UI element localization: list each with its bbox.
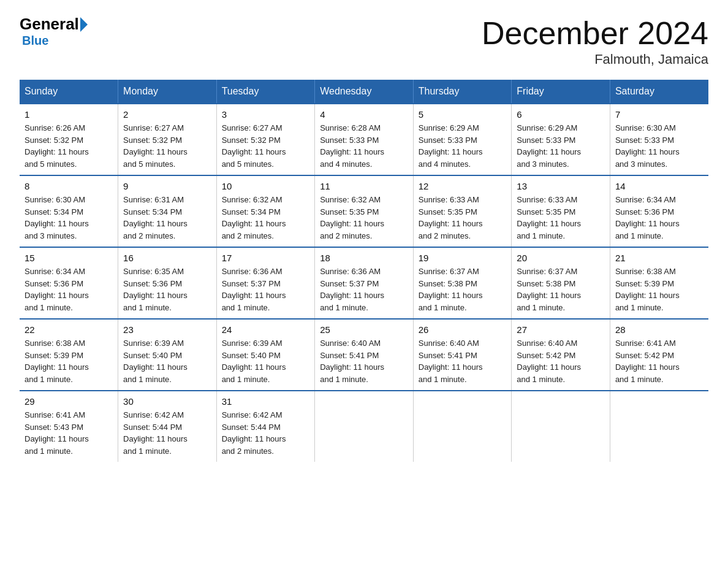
day-number: 28: [615, 324, 703, 335]
day-info: Sunrise: 6:37 AMSunset: 5:38 PMDaylight:…: [419, 266, 507, 313]
day-number: 21: [615, 253, 703, 263]
header-cell-thursday: Thursday: [413, 80, 512, 104]
day-number: 31: [222, 396, 310, 407]
day-info: Sunrise: 6:29 AMSunset: 5:33 PMDaylight:…: [419, 122, 507, 170]
calendar-cell: 7Sunrise: 6:30 AMSunset: 5:33 PMDaylight…: [610, 104, 708, 175]
day-info: Sunrise: 6:30 AMSunset: 5:34 PMDaylight:…: [25, 194, 113, 242]
calendar-cell: 21Sunrise: 6:38 AMSunset: 5:39 PMDayligh…: [610, 247, 708, 319]
day-info: Sunrise: 6:27 AMSunset: 5:32 PMDaylight:…: [123, 122, 211, 170]
day-info: Sunrise: 6:27 AMSunset: 5:32 PMDaylight:…: [222, 122, 310, 170]
header-cell-tuesday: Tuesday: [216, 80, 315, 104]
day-info: Sunrise: 6:39 AMSunset: 5:40 PMDaylight:…: [123, 337, 211, 385]
day-number: 2: [123, 109, 211, 120]
day-number: 6: [517, 109, 605, 120]
calendar-cell: 2Sunrise: 6:27 AMSunset: 5:32 PMDaylight…: [118, 104, 217, 175]
calendar-cell: 8Sunrise: 6:30 AMSunset: 5:34 PMDaylight…: [20, 175, 118, 247]
header-cell-saturday: Saturday: [610, 80, 708, 104]
day-number: 23: [123, 324, 211, 335]
day-info: Sunrise: 6:42 AMSunset: 5:44 PMDaylight:…: [222, 409, 310, 457]
day-info: Sunrise: 6:35 AMSunset: 5:36 PMDaylight:…: [123, 266, 211, 313]
day-info: Sunrise: 6:41 AMSunset: 5:42 PMDaylight:…: [615, 337, 703, 385]
calendar-week-5: 29Sunrise: 6:41 AMSunset: 5:43 PMDayligh…: [20, 391, 708, 462]
day-info: Sunrise: 6:38 AMSunset: 5:39 PMDaylight:…: [615, 266, 703, 313]
day-number: 26: [419, 324, 507, 335]
day-number: 9: [123, 181, 211, 191]
day-info: Sunrise: 6:29 AMSunset: 5:33 PMDaylight:…: [517, 122, 605, 170]
calendar-cell: 23Sunrise: 6:39 AMSunset: 5:40 PMDayligh…: [118, 319, 217, 391]
day-info: Sunrise: 6:42 AMSunset: 5:44 PMDaylight:…: [123, 409, 211, 457]
calendar-cell: 26Sunrise: 6:40 AMSunset: 5:41 PMDayligh…: [413, 319, 512, 391]
calendar-cell: 6Sunrise: 6:29 AMSunset: 5:33 PMDaylight…: [512, 104, 610, 175]
day-number: 12: [419, 181, 507, 191]
day-info: Sunrise: 6:34 AMSunset: 5:36 PMDaylight:…: [615, 194, 703, 242]
title-area: December 2024 Falmouth, Jamaica: [482, 15, 708, 67]
calendar-cell: 27Sunrise: 6:40 AMSunset: 5:42 PMDayligh…: [512, 319, 610, 391]
logo: General Blue: [20, 15, 91, 48]
main-title: December 2024: [482, 15, 708, 52]
day-number: 25: [320, 324, 408, 335]
calendar-cell: 5Sunrise: 6:29 AMSunset: 5:33 PMDaylight…: [413, 104, 512, 175]
day-info: Sunrise: 6:40 AMSunset: 5:42 PMDaylight:…: [517, 337, 605, 385]
calendar-cell: 12Sunrise: 6:33 AMSunset: 5:35 PMDayligh…: [413, 175, 512, 247]
calendar-cell: 25Sunrise: 6:40 AMSunset: 5:41 PMDayligh…: [315, 319, 414, 391]
day-number: 20: [517, 253, 605, 263]
calendar-cell: 4Sunrise: 6:28 AMSunset: 5:33 PMDaylight…: [315, 104, 414, 175]
calendar-cell: 17Sunrise: 6:36 AMSunset: 5:37 PMDayligh…: [216, 247, 315, 319]
day-number: 10: [222, 181, 310, 191]
day-number: 24: [222, 324, 310, 335]
calendar-cell: [610, 391, 708, 462]
calendar-cell: 24Sunrise: 6:39 AMSunset: 5:40 PMDayligh…: [216, 319, 315, 391]
location-subtitle: Falmouth, Jamaica: [482, 52, 708, 67]
day-info: Sunrise: 6:32 AMSunset: 5:35 PMDaylight:…: [320, 194, 408, 242]
day-number: 30: [123, 396, 211, 407]
header-row: SundayMondayTuesdayWednesdayThursdayFrid…: [20, 80, 708, 104]
day-number: 19: [419, 253, 507, 263]
day-info: Sunrise: 6:40 AMSunset: 5:41 PMDaylight:…: [419, 337, 507, 385]
day-info: Sunrise: 6:30 AMSunset: 5:33 PMDaylight:…: [615, 122, 703, 170]
day-number: 8: [25, 181, 113, 191]
day-number: 16: [123, 253, 211, 263]
calendar-cell: 1Sunrise: 6:26 AMSunset: 5:32 PMDaylight…: [20, 104, 118, 175]
day-info: Sunrise: 6:26 AMSunset: 5:32 PMDaylight:…: [25, 122, 113, 170]
day-number: 17: [222, 253, 310, 263]
day-number: 27: [517, 324, 605, 335]
header-cell-monday: Monday: [118, 80, 217, 104]
day-number: 14: [615, 181, 703, 191]
calendar-cell: [413, 391, 512, 462]
day-number: 29: [25, 396, 113, 407]
day-number: 13: [517, 181, 605, 191]
day-number: 3: [222, 109, 310, 120]
day-info: Sunrise: 6:38 AMSunset: 5:39 PMDaylight:…: [25, 337, 113, 385]
calendar-cell: 9Sunrise: 6:31 AMSunset: 5:34 PMDaylight…: [118, 175, 217, 247]
calendar-body: 1Sunrise: 6:26 AMSunset: 5:32 PMDaylight…: [20, 104, 708, 462]
day-number: 4: [320, 109, 408, 120]
day-number: 11: [320, 181, 408, 191]
calendar-cell: 30Sunrise: 6:42 AMSunset: 5:44 PMDayligh…: [118, 391, 217, 462]
calendar-table: SundayMondayTuesdayWednesdayThursdayFrid…: [20, 80, 708, 462]
calendar-cell: 28Sunrise: 6:41 AMSunset: 5:42 PMDayligh…: [610, 319, 708, 391]
calendar-week-2: 8Sunrise: 6:30 AMSunset: 5:34 PMDaylight…: [20, 175, 708, 247]
day-number: 15: [25, 253, 113, 263]
day-info: Sunrise: 6:37 AMSunset: 5:38 PMDaylight:…: [517, 266, 605, 313]
calendar-cell: [512, 391, 610, 462]
calendar-cell: 22Sunrise: 6:38 AMSunset: 5:39 PMDayligh…: [20, 319, 118, 391]
day-number: 18: [320, 253, 408, 263]
day-info: Sunrise: 6:28 AMSunset: 5:33 PMDaylight:…: [320, 122, 408, 170]
calendar-cell: 16Sunrise: 6:35 AMSunset: 5:36 PMDayligh…: [118, 247, 217, 319]
day-info: Sunrise: 6:36 AMSunset: 5:37 PMDaylight:…: [320, 266, 408, 313]
day-info: Sunrise: 6:34 AMSunset: 5:36 PMDaylight:…: [25, 266, 113, 313]
calendar-header: SundayMondayTuesdayWednesdayThursdayFrid…: [20, 80, 708, 104]
day-info: Sunrise: 6:41 AMSunset: 5:43 PMDaylight:…: [25, 409, 113, 457]
day-info: Sunrise: 6:33 AMSunset: 5:35 PMDaylight:…: [517, 194, 605, 242]
calendar-cell: 14Sunrise: 6:34 AMSunset: 5:36 PMDayligh…: [610, 175, 708, 247]
calendar-cell: 3Sunrise: 6:27 AMSunset: 5:32 PMDaylight…: [216, 104, 315, 175]
header-cell-wednesday: Wednesday: [315, 80, 414, 104]
calendar-week-4: 22Sunrise: 6:38 AMSunset: 5:39 PMDayligh…: [20, 319, 708, 391]
day-info: Sunrise: 6:33 AMSunset: 5:35 PMDaylight:…: [419, 194, 507, 242]
logo-general-text: General: [20, 15, 79, 34]
calendar-cell: 15Sunrise: 6:34 AMSunset: 5:36 PMDayligh…: [20, 247, 118, 319]
header-cell-friday: Friday: [512, 80, 610, 104]
day-info: Sunrise: 6:36 AMSunset: 5:37 PMDaylight:…: [222, 266, 310, 313]
calendar-cell: 18Sunrise: 6:36 AMSunset: 5:37 PMDayligh…: [315, 247, 414, 319]
calendar-cell: [315, 391, 414, 462]
